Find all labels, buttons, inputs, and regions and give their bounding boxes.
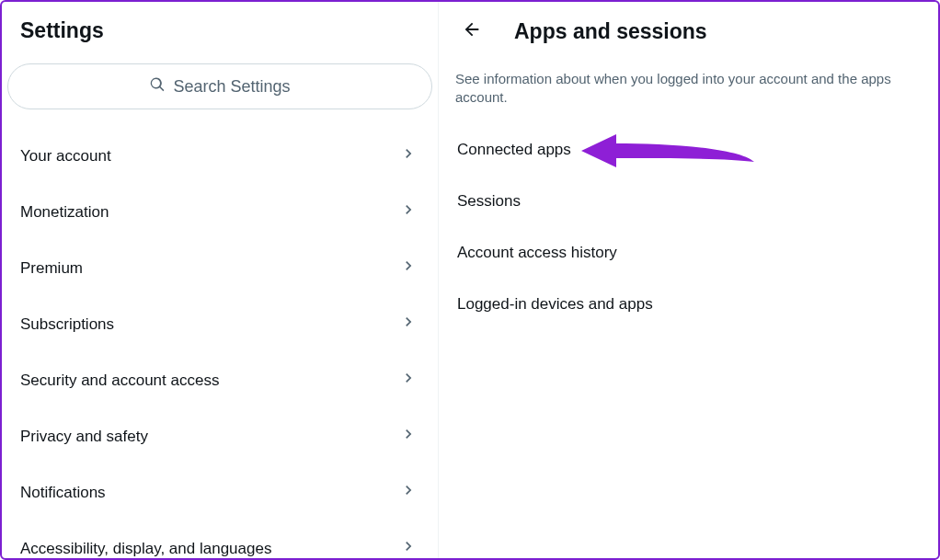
nav-subscriptions[interactable]: Subscriptions: [2, 296, 438, 352]
chevron-right-icon: [399, 481, 418, 504]
nav-label: Premium: [20, 259, 83, 278]
item-logged-in-devices[interactable]: Logged-in devices and apps: [439, 279, 938, 330]
nav-label: Your account: [20, 147, 111, 166]
nav-accessibility-display-languages[interactable]: Accessibility, display, and languages: [2, 520, 438, 560]
item-connected-apps[interactable]: Connected apps: [439, 124, 938, 176]
chevron-right-icon: [399, 200, 418, 223]
nav-label: Monetization: [20, 203, 109, 222]
item-account-access-history[interactable]: Account access history: [439, 227, 938, 279]
nav-monetization[interactable]: Monetization: [2, 184, 438, 240]
page-title: Apps and sessions: [514, 19, 707, 44]
settings-nav: Your account Monetization Premium Subscr…: [2, 122, 438, 560]
nav-label: Notifications: [20, 484, 106, 502]
nav-notifications[interactable]: Notifications: [2, 464, 438, 520]
arrow-left-icon: [462, 19, 482, 43]
nav-privacy-safety[interactable]: Privacy and safety: [2, 408, 438, 464]
nav-label: Privacy and safety: [20, 428, 148, 446]
nav-label: Subscriptions: [20, 315, 114, 334]
nav-label: Accessibility, display, and languages: [20, 540, 271, 558]
search-icon: [149, 76, 166, 97]
search-placeholder: Search Settings: [173, 77, 290, 97]
chevron-right-icon: [399, 537, 418, 560]
search-settings-input[interactable]: Search Settings: [7, 63, 432, 109]
page-description: See information about when you logged in…: [439, 55, 938, 124]
detail-header: Apps and sessions: [439, 2, 938, 55]
settings-title: Settings: [2, 2, 438, 56]
nav-security-account-access[interactable]: Security and account access: [2, 352, 438, 408]
chevron-right-icon: [399, 369, 418, 392]
nav-premium[interactable]: Premium: [2, 240, 438, 296]
session-list: Connected apps Sessions Account access h…: [439, 124, 938, 330]
chevron-right-icon: [399, 144, 418, 167]
detail-panel: Apps and sessions See information about …: [439, 2, 938, 558]
back-button[interactable]: [455, 15, 488, 48]
chevron-right-icon: [399, 313, 418, 336]
nav-label: Security and account access: [20, 371, 219, 390]
nav-your-account[interactable]: Your account: [2, 128, 438, 184]
search-wrap: Search Settings: [2, 56, 438, 122]
app-container: Settings Search Settings Your account Mo…: [0, 0, 940, 560]
item-sessions[interactable]: Sessions: [439, 176, 938, 227]
chevron-right-icon: [399, 425, 418, 448]
settings-panel: Settings Search Settings Your account Mo…: [2, 2, 439, 558]
chevron-right-icon: [399, 257, 418, 280]
